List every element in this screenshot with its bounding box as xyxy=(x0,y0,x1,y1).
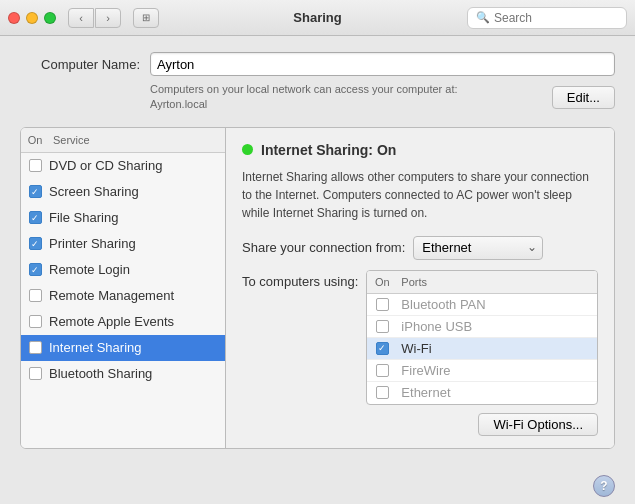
service-item[interactable]: Remote Management xyxy=(21,283,225,309)
share-from-select[interactable]: Ethernet Wi-Fi Bluetooth PAN xyxy=(413,236,543,260)
search-icon: 🔍 xyxy=(476,11,490,24)
service-col-on-header: On xyxy=(21,132,49,148)
service-items-container: DVD or CD SharingScreen SharingFile Shar… xyxy=(21,153,225,387)
maximize-button[interactable] xyxy=(44,12,56,24)
ports-table-header: On Ports xyxy=(367,271,597,294)
port-checkbox[interactable] xyxy=(376,298,389,311)
service-label-dvd: DVD or CD Sharing xyxy=(49,158,225,173)
service-checkbox[interactable] xyxy=(21,185,49,198)
checkbox-file[interactable] xyxy=(29,211,42,224)
port-checkbox[interactable] xyxy=(376,320,389,333)
checkbox-remote-login[interactable] xyxy=(29,263,42,276)
service-item[interactable]: Remote Apple Events xyxy=(21,309,225,335)
share-from-select-wrap[interactable]: Ethernet Wi-Fi Bluetooth PAN xyxy=(413,236,543,260)
port-checkbox-cell[interactable] xyxy=(367,364,397,377)
status-description: Internet Sharing allows other computers … xyxy=(242,168,598,222)
service-item[interactable]: Screen Sharing xyxy=(21,179,225,205)
edit-button[interactable]: Edit... xyxy=(552,86,615,109)
computer-name-input[interactable] xyxy=(150,52,615,76)
service-label-file: File Sharing xyxy=(49,210,225,225)
service-label-remote-mgmt: Remote Management xyxy=(49,288,225,303)
service-checkbox[interactable] xyxy=(21,237,49,250)
ports-rows-container: Bluetooth PANiPhone USBWi-FiFireWireEthe… xyxy=(367,294,597,404)
port-row[interactable]: iPhone USB xyxy=(367,316,597,338)
service-item[interactable]: Internet Sharing xyxy=(21,335,225,361)
right-panel: Internet Sharing: On Internet Sharing al… xyxy=(226,128,614,448)
service-label-screen: Screen Sharing xyxy=(49,184,225,199)
wifi-options-row: Wi-Fi Options... xyxy=(242,413,598,436)
port-checkbox[interactable] xyxy=(376,364,389,377)
minimize-button[interactable] xyxy=(26,12,38,24)
close-button[interactable] xyxy=(8,12,20,24)
service-item[interactable]: Bluetooth Sharing xyxy=(21,361,225,387)
checkbox-remote-mgmt[interactable] xyxy=(29,289,42,302)
share-from-label: Share your connection from: xyxy=(242,240,405,255)
service-label-printer: Printer Sharing xyxy=(49,236,225,251)
service-label-internet: Internet Sharing xyxy=(49,340,225,355)
port-label: Wi-Fi xyxy=(397,340,597,357)
share-from-row: Share your connection from: Ethernet Wi-… xyxy=(242,236,598,260)
service-item[interactable]: DVD or CD Sharing xyxy=(21,153,225,179)
port-row[interactable]: Bluetooth PAN xyxy=(367,294,597,316)
checkbox-screen[interactable] xyxy=(29,185,42,198)
status-row: Internet Sharing: On xyxy=(242,142,598,158)
window-title: Sharing xyxy=(293,10,341,25)
port-checkbox-cell[interactable] xyxy=(367,342,397,355)
computer-name-row: Computer Name: xyxy=(20,52,615,76)
checkbox-remote-events[interactable] xyxy=(29,315,42,328)
bottom-bar: ? xyxy=(0,465,635,504)
service-list-header: On Service xyxy=(21,128,225,153)
port-row[interactable]: Ethernet xyxy=(367,382,597,404)
service-item[interactable]: Remote Login xyxy=(21,257,225,283)
traffic-lights xyxy=(8,12,56,24)
service-col-service-header: Service xyxy=(49,132,225,148)
checkbox-printer[interactable] xyxy=(29,237,42,250)
status-dot xyxy=(242,144,253,155)
search-input[interactable] xyxy=(494,11,614,25)
port-checkbox[interactable] xyxy=(376,342,389,355)
content-area: Computer Name: Computers on your local n… xyxy=(0,36,635,465)
computer-name-label: Computer Name: xyxy=(20,57,140,72)
port-label: iPhone USB xyxy=(397,318,597,335)
service-checkbox[interactable] xyxy=(21,367,49,380)
service-checkbox[interactable] xyxy=(21,211,49,224)
service-item[interactable]: Printer Sharing xyxy=(21,231,225,257)
checkbox-dvd[interactable] xyxy=(29,159,42,172)
port-checkbox[interactable] xyxy=(376,386,389,399)
computer-name-desc: Computers on your local network can acce… xyxy=(150,82,542,113)
port-label: Ethernet xyxy=(397,384,597,401)
service-checkbox[interactable] xyxy=(21,289,49,302)
port-row[interactable]: Wi-Fi xyxy=(367,338,597,360)
forward-button[interactable]: › xyxy=(95,8,121,28)
nav-buttons: ‹ › xyxy=(68,8,121,28)
service-label-remote-events: Remote Apple Events xyxy=(49,314,225,329)
port-checkbox-cell[interactable] xyxy=(367,320,397,333)
back-button[interactable]: ‹ xyxy=(68,8,94,28)
service-label-bluetooth: Bluetooth Sharing xyxy=(49,366,225,381)
titlebar: ‹ › ⊞ Sharing 🔍 xyxy=(0,0,635,36)
port-label: FireWire xyxy=(397,362,597,379)
service-checkbox[interactable] xyxy=(21,315,49,328)
wifi-options-button[interactable]: Wi-Fi Options... xyxy=(478,413,598,436)
service-item[interactable]: File Sharing xyxy=(21,205,225,231)
port-row[interactable]: FireWire xyxy=(367,360,597,382)
service-list: On Service DVD or CD SharingScreen Shari… xyxy=(21,128,226,448)
port-checkbox-cell[interactable] xyxy=(367,386,397,399)
computer-name-sub: Computers on your local network can acce… xyxy=(20,82,615,113)
port-label: Bluetooth PAN xyxy=(397,296,597,313)
grid-button[interactable]: ⊞ xyxy=(133,8,159,28)
computers-using-row: To computers using: On Ports Bluetooth P… xyxy=(242,270,598,405)
status-title: Internet Sharing: On xyxy=(261,142,396,158)
service-label-remote-login: Remote Login xyxy=(49,262,225,277)
ports-table: On Ports Bluetooth PANiPhone USBWi-FiFir… xyxy=(366,270,598,405)
service-checkbox[interactable] xyxy=(21,159,49,172)
ports-col-on-header: On xyxy=(367,274,397,290)
service-checkbox[interactable] xyxy=(21,263,49,276)
search-box[interactable]: 🔍 xyxy=(467,7,627,29)
port-checkbox-cell[interactable] xyxy=(367,298,397,311)
computers-using-label: To computers using: xyxy=(242,274,358,289)
checkbox-internet[interactable] xyxy=(29,341,42,354)
help-button[interactable]: ? xyxy=(593,475,615,497)
service-checkbox[interactable] xyxy=(21,341,49,354)
checkbox-bluetooth[interactable] xyxy=(29,367,42,380)
